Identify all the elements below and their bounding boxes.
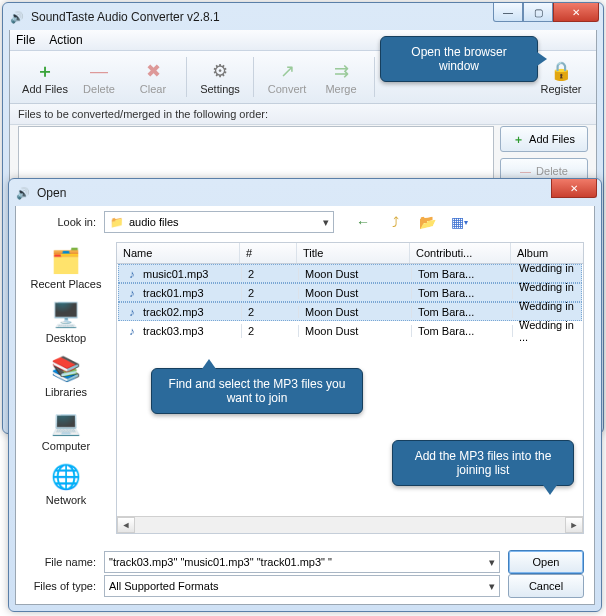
app-icon: 🔊	[9, 9, 25, 25]
music-file-icon: ♪	[125, 324, 139, 338]
file-num: 2	[242, 268, 299, 280]
tb-add-files[interactable]: ＋Add Files	[18, 53, 72, 101]
tb-delete[interactable]: —Delete	[72, 53, 126, 101]
merge-icon: ⇉	[334, 59, 349, 83]
place-label: Desktop	[46, 332, 86, 344]
toolbar-separator	[253, 57, 254, 97]
music-file-icon: ♪	[125, 286, 139, 300]
place-icon: 💻	[48, 408, 84, 438]
filetype-value: All Supported Formats	[109, 580, 218, 592]
place-icon: 📚	[48, 354, 84, 384]
file-num: 2	[242, 306, 299, 318]
tooltip-find-select: Find and select the MP3 files you want t…	[151, 368, 363, 414]
side-add-files[interactable]: ＋Add Files	[500, 126, 588, 152]
place-icon: 🖥️	[48, 300, 84, 330]
lock-icon: 🔒	[550, 59, 572, 83]
col-title[interactable]: Title	[297, 243, 410, 263]
place-label: Recent Places	[31, 278, 102, 290]
nav-back-button[interactable]: ←	[352, 211, 374, 233]
file-num: 2	[242, 325, 299, 337]
file-name: track01.mp3	[143, 287, 204, 299]
convert-icon: ↗	[280, 59, 295, 83]
chevron-down-icon: ▾	[489, 556, 495, 569]
music-file-icon: ♪	[125, 305, 139, 319]
tb-convert[interactable]: ↗Convert	[260, 53, 314, 101]
file-title: Moon Dust	[299, 306, 412, 318]
filename-label: File name:	[26, 556, 96, 568]
dialog-close-button[interactable]: ✕	[551, 179, 597, 198]
maximize-button[interactable]: ▢	[523, 3, 553, 22]
chevron-down-icon: ▾	[323, 216, 329, 229]
col-contrib[interactable]: Contributi...	[410, 243, 511, 263]
minimize-button[interactable]: —	[493, 3, 523, 22]
place-computer[interactable]: 💻Computer	[42, 408, 90, 452]
gear-icon: ⚙	[212, 59, 228, 83]
menu-action[interactable]: Action	[49, 33, 82, 47]
lookin-row: Look in: 📁 audio files ▾ ← ⤴ 📂 ▦▾	[16, 206, 594, 238]
nav-views-button[interactable]: ▦▾	[448, 211, 470, 233]
toolbar-separator	[186, 57, 187, 97]
open-button[interactable]: Open	[508, 550, 584, 574]
tb-clear[interactable]: ✖Clear	[126, 53, 180, 101]
chevron-down-icon: ▾	[489, 580, 495, 593]
minus-icon: —	[90, 59, 108, 83]
file-name: track02.mp3	[143, 306, 204, 318]
x-icon: ✖	[146, 59, 161, 83]
place-network[interactable]: 🌐Network	[46, 462, 86, 506]
nav-newfolder-button[interactable]: 📂	[416, 211, 438, 233]
lookin-label: Look in:	[26, 216, 96, 228]
cancel-button[interactable]: Cancel	[508, 574, 584, 598]
file-num: 2	[242, 287, 299, 299]
place-recent-places[interactable]: 🗂️Recent Places	[31, 246, 102, 290]
list-caption: Files to be converted/merged in the foll…	[10, 104, 596, 125]
menu-file[interactable]: File	[16, 33, 35, 47]
nav-up-button[interactable]: ⤴	[384, 211, 406, 233]
toolbar-separator	[374, 57, 375, 97]
file-list-header[interactable]: Name # Title Contributi... Album	[116, 242, 584, 264]
file-name: track03.mp3	[143, 325, 204, 337]
close-button[interactable]: ✕	[553, 3, 599, 22]
scroll-left-icon[interactable]: ◄	[117, 517, 135, 533]
file-row[interactable]: ♪track03.mp32Moon DustTom Bara...Wedding…	[118, 321, 582, 340]
file-title: Moon Dust	[299, 325, 412, 337]
dialog-icon: 🔊	[15, 185, 31, 201]
file-name: music01.mp3	[143, 268, 208, 280]
file-title: Moon Dust	[299, 268, 412, 280]
place-label: Computer	[42, 440, 90, 452]
place-icon: 🗂️	[48, 246, 84, 276]
file-album: Wedding in ...	[513, 319, 581, 343]
filetype-label: Files of type:	[26, 580, 96, 592]
lookin-value: audio files	[129, 216, 179, 228]
main-title: SoundTaste Audio Converter v2.8.1	[31, 10, 220, 24]
lookin-combo[interactable]: 📁 audio files ▾	[104, 211, 334, 233]
horizontal-scrollbar[interactable]: ◄ ►	[117, 516, 583, 533]
file-contrib: Tom Bara...	[412, 268, 513, 280]
place-label: Network	[46, 494, 86, 506]
file-title: Moon Dust	[299, 287, 412, 299]
music-file-icon: ♪	[125, 267, 139, 281]
tb-settings[interactable]: ⚙Settings	[193, 53, 247, 101]
place-libraries[interactable]: 📚Libraries	[45, 354, 87, 398]
minus-icon: —	[520, 165, 531, 177]
dialog-title: Open	[37, 186, 66, 200]
folder-icon: 📁	[109, 214, 125, 230]
tb-merge[interactable]: ⇉Merge	[314, 53, 368, 101]
col-album[interactable]: Album	[511, 243, 583, 263]
col-num[interactable]: #	[240, 243, 297, 263]
col-name[interactable]: Name	[117, 243, 240, 263]
place-icon: 🌐	[48, 462, 84, 492]
tooltip-open-browser: Open the browser window	[380, 36, 538, 82]
filename-input[interactable]: "track03.mp3" "music01.mp3" "track01.mp3…	[104, 551, 500, 573]
dialog-titlebar[interactable]: 🔊 Open ✕	[9, 179, 601, 207]
filename-value: "track03.mp3" "music01.mp3" "track01.mp3…	[109, 556, 332, 568]
place-desktop[interactable]: 🖥️Desktop	[46, 300, 86, 344]
file-contrib: Tom Bara...	[412, 325, 513, 337]
places-bar: 🗂️Recent Places🖥️Desktop📚Libraries💻Compu…	[16, 242, 116, 534]
tooltip-add-list: Add the MP3 files into the joining list	[392, 440, 574, 486]
plus-icon: ＋	[513, 132, 524, 147]
plus-icon: ＋	[36, 59, 54, 83]
filetype-combo[interactable]: All Supported Formats ▾	[104, 575, 500, 597]
file-contrib: Tom Bara...	[412, 287, 513, 299]
main-titlebar[interactable]: 🔊 SoundTaste Audio Converter v2.8.1 — ▢ …	[3, 3, 603, 31]
scroll-right-icon[interactable]: ►	[565, 517, 583, 533]
